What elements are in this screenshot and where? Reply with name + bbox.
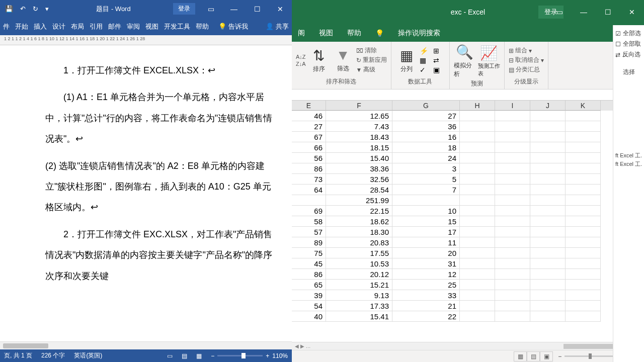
- col-header-F[interactable]: F: [326, 101, 392, 111]
- cell[interactable]: 15.21: [326, 280, 392, 290]
- tab-mailings[interactable]: 邮件: [108, 22, 121, 31]
- cell[interactable]: 86: [292, 163, 326, 174]
- cell[interactable]: [566, 269, 601, 280]
- cell[interactable]: [460, 216, 495, 227]
- minimize-icon[interactable]: —: [572, 0, 596, 24]
- cell[interactable]: [460, 195, 495, 206]
- cell[interactable]: 17: [392, 227, 460, 237]
- cell[interactable]: 65: [292, 280, 326, 290]
- cell[interactable]: 17.55: [326, 248, 392, 258]
- cell[interactable]: [530, 185, 566, 195]
- cell[interactable]: 22: [392, 311, 460, 322]
- cell[interactable]: [495, 290, 530, 301]
- cell[interactable]: [460, 132, 495, 142]
- tab-insert[interactable]: 插入: [34, 22, 47, 31]
- cell[interactable]: [566, 216, 601, 227]
- cell[interactable]: [460, 280, 495, 290]
- col-header-J[interactable]: J: [530, 101, 566, 111]
- cell[interactable]: 27: [292, 121, 326, 132]
- excel-formulabar[interactable]: ⌄: [292, 89, 644, 101]
- tab-view[interactable]: 视图: [145, 22, 158, 31]
- table-row[interactable]: 8620.1212: [292, 269, 644, 280]
- cell[interactable]: 15: [392, 216, 460, 227]
- tab-help[interactable]: 帮助: [196, 22, 209, 31]
- cell[interactable]: [495, 280, 530, 290]
- table-row[interactable]: 6718.4316: [292, 132, 644, 142]
- reapply-button[interactable]: ↻重新应用: [356, 56, 387, 64]
- cell[interactable]: [530, 111, 566, 121]
- invert-selection-button[interactable]: ⇄反向选: [615, 50, 642, 59]
- cell[interactable]: [495, 195, 530, 206]
- cell[interactable]: [530, 258, 566, 269]
- cell[interactable]: [460, 258, 495, 269]
- cell[interactable]: 64: [292, 185, 326, 195]
- cell[interactable]: [460, 227, 495, 237]
- cell[interactable]: [566, 132, 601, 142]
- cell[interactable]: [495, 258, 530, 269]
- cell[interactable]: [495, 269, 530, 280]
- cell[interactable]: 66: [292, 142, 326, 153]
- cell[interactable]: [495, 311, 530, 322]
- cell[interactable]: 32.56: [326, 174, 392, 185]
- cell[interactable]: 39: [292, 290, 326, 301]
- cell[interactable]: 16: [392, 132, 460, 142]
- cell[interactable]: 7: [392, 185, 460, 195]
- cell[interactable]: [460, 248, 495, 258]
- tab-prev[interactable]: 阁: [298, 29, 305, 38]
- cell[interactable]: [495, 227, 530, 237]
- texttocolumns-button[interactable]: ▦ 分列: [395, 47, 418, 73]
- cell[interactable]: 36: [392, 121, 460, 132]
- cell[interactable]: [530, 216, 566, 227]
- view-pagelayout-icon[interactable]: ▤: [527, 351, 540, 361]
- word-ruler[interactable]: 1 2 1 1 2 1 4 1 6 1 8 1 10 1 12 1 14 1 1…: [0, 35, 292, 45]
- view-web-icon[interactable]: ▦: [196, 352, 202, 359]
- cell[interactable]: [495, 174, 530, 185]
- cell[interactable]: [530, 132, 566, 142]
- forecast-button[interactable]: 📈 预测工作表: [478, 45, 500, 77]
- ribbon-display-icon[interactable]: ▭: [199, 0, 222, 18]
- word-hscrollbar[interactable]: [0, 341, 292, 349]
- cell[interactable]: [530, 174, 566, 185]
- zoom-in-icon[interactable]: +: [266, 352, 269, 359]
- col-header-G[interactable]: G: [392, 101, 460, 111]
- cell[interactable]: 31: [392, 258, 460, 269]
- table-row[interactable]: 399.1333: [292, 290, 644, 301]
- cell[interactable]: 24: [392, 153, 460, 163]
- cell[interactable]: [566, 163, 601, 174]
- cell[interactable]: [566, 237, 601, 248]
- cell[interactable]: 21: [392, 301, 460, 311]
- cell[interactable]: [530, 290, 566, 301]
- cell[interactable]: [566, 121, 601, 132]
- minimize-icon[interactable]: —: [222, 0, 246, 18]
- table-row[interactable]: 4612.6527: [292, 111, 644, 121]
- table-row[interactable]: 6922.1510: [292, 206, 644, 216]
- cell[interactable]: [530, 237, 566, 248]
- relationships-icon[interactable]: ⇄: [433, 56, 445, 64]
- cell[interactable]: [495, 111, 530, 121]
- cell[interactable]: [460, 237, 495, 248]
- col-header-H[interactable]: H: [460, 101, 495, 111]
- cell[interactable]: [460, 301, 495, 311]
- cell[interactable]: [495, 153, 530, 163]
- cell[interactable]: [530, 248, 566, 258]
- table-row[interactable]: 4510.5331: [292, 258, 644, 269]
- table-row[interactable]: 8920.8311: [292, 237, 644, 248]
- save-icon[interactable]: 💾: [5, 5, 13, 13]
- cell[interactable]: [495, 206, 530, 216]
- cell[interactable]: [530, 153, 566, 163]
- cell[interactable]: 18.15: [326, 142, 392, 153]
- cell[interactable]: 75: [292, 248, 326, 258]
- cell[interactable]: 89: [292, 237, 326, 248]
- excel-grid[interactable]: E F G H I J K 4612.6527277.43366718.4316…: [292, 101, 644, 342]
- zoom-out-icon[interactable]: −: [558, 353, 561, 360]
- cell[interactable]: 33: [392, 290, 460, 301]
- redo-icon[interactable]: ↻: [33, 5, 38, 13]
- cell[interactable]: [566, 301, 601, 311]
- whatif-button[interactable]: 🔍 模拟分析: [454, 44, 476, 78]
- cell[interactable]: 20.12: [326, 269, 392, 280]
- cell[interactable]: [530, 269, 566, 280]
- cell[interactable]: [530, 280, 566, 290]
- cell[interactable]: [566, 206, 601, 216]
- cell[interactable]: [566, 142, 601, 153]
- cell[interactable]: [460, 153, 495, 163]
